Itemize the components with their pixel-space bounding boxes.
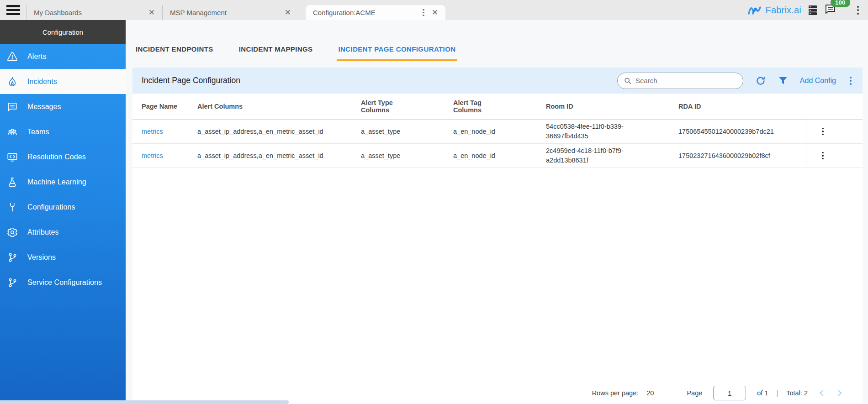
table-header-row: Page Name Alert Columns Alert Type Colum… [132, 94, 863, 120]
wrench-icon [6, 201, 18, 213]
sidebar: Configuration Alerts Incidents Messages [0, 20, 126, 404]
tab-incident-endpoints[interactable]: INCIDENT ENDPOINTS [134, 45, 215, 61]
cell-alert-tag-columns: a_en_node_id [453, 152, 546, 159]
brand-name: Fabrix.ai [766, 5, 802, 16]
sidebar-item-attributes[interactable]: Attributes [0, 220, 126, 245]
previous-page-chevron-icon[interactable] [820, 390, 826, 396]
brand-logo: Fabrix.ai [747, 4, 802, 16]
sidebar-header: Configuration [0, 20, 126, 44]
alert-triangle-icon [6, 51, 18, 63]
panel-header: Incident Page Configuration [132, 68, 863, 94]
cell-alert-columns: a_asset_ip_address,a_en_metric_asset_id [197, 152, 361, 159]
pagination-separator: | [776, 389, 778, 397]
tab-label: MSP Management [170, 9, 284, 16]
top-bar: My Dashboards ✕ MSP Management ✕ Configu… [0, 0, 868, 20]
refresh-button[interactable] [755, 75, 766, 86]
rows-per-page-label: Rows per page: [592, 389, 639, 397]
code-monitor-icon [6, 151, 18, 163]
rows-per-page-value[interactable]: 20 [646, 389, 654, 397]
tab-label: Configuration:ACME [313, 9, 423, 16]
refresh-icon [755, 75, 766, 86]
sidebar-item-configurations[interactable]: Configurations [0, 194, 126, 220]
sidebar-item-machine-learning[interactable]: Machine Learning [0, 169, 126, 194]
workspace-tab-configuration-acme[interactable]: Configuration:ACME ✕ [306, 5, 445, 20]
main-content: INCIDENT ENDPOINTS INCIDENT MAPPINGS INC… [126, 20, 868, 404]
sidebar-item-alerts[interactable]: Alerts [0, 44, 126, 69]
page-name-link[interactable]: metrics [142, 128, 163, 135]
table-row: metrics a_asset_ip_address,a_en_metric_a… [132, 120, 863, 144]
horizontal-scrollbar-thumb[interactable] [0, 400, 289, 404]
page-title: Incident Page Configuration [142, 76, 617, 85]
cell-alert-columns: a_asset_ip_address,a_en_metric_asset_id [197, 128, 361, 135]
filter-button[interactable] [778, 76, 788, 86]
panel-kebab-icon[interactable] [848, 76, 853, 86]
close-icon[interactable]: ✕ [148, 8, 156, 17]
page-of-label: of 1 [757, 389, 768, 397]
sidebar-item-incidents[interactable]: Incidents [0, 69, 126, 94]
sidebar-item-resolution-codes[interactable]: Resolution Codes [0, 144, 126, 169]
sidebar-item-label: Alerts [27, 52, 47, 61]
sidebar-item-label: Machine Learning [27, 178, 86, 186]
server-rack-icon[interactable] [807, 4, 818, 16]
cell-room-id: 2c4959ed-4c18-11f0-b7f9-a2dd13b8631f [546, 146, 633, 165]
tab-incident-mappings[interactable]: INCIDENT MAPPINGS [237, 45, 315, 61]
config-table: Page Name Alert Columns Alert Type Colum… [132, 94, 863, 404]
cell-alert-tag-columns: a_en_node_id [453, 128, 546, 135]
sidebar-item-messages[interactable]: Messages [0, 94, 126, 119]
col-room-id: Room ID [546, 103, 678, 110]
next-page-chevron-icon[interactable] [835, 390, 842, 396]
hamburger-menu-icon[interactable] [0, 0, 26, 20]
sidebar-item-label: Configurations [27, 203, 75, 211]
sidebar-item-label: Service Configurations [27, 278, 102, 287]
col-alert-columns: Alert Columns [197, 103, 361, 110]
sidebar-item-versions[interactable]: Versions [0, 245, 126, 270]
gear-icon [6, 226, 18, 238]
sidebar-item-teams[interactable]: Teams [0, 119, 126, 144]
workspace-tab-my-dashboards[interactable]: My Dashboards ✕ [26, 5, 162, 20]
search-input[interactable] [635, 77, 736, 84]
topbar-right-cluster: Fabrix.ai 100 [747, 0, 868, 20]
topbar-kebab-icon[interactable] [854, 4, 862, 16]
sidebar-item-label: Resolution Codes [27, 153, 86, 161]
row-actions-kebab-icon[interactable] [820, 150, 826, 162]
col-rda-id: RDA ID [678, 103, 806, 110]
git-branch-icon [6, 277, 18, 289]
row-actions-kebab-icon[interactable] [820, 126, 826, 137]
sidebar-item-label: Versions [27, 253, 56, 262]
sidebar-item-label: Teams [27, 128, 49, 136]
close-icon[interactable]: ✕ [431, 8, 439, 17]
tab-options-kebab-icon[interactable] [423, 9, 424, 16]
git-branch-icon [6, 252, 18, 263]
message-icon [6, 101, 18, 113]
workspace-tab-msp-management[interactable]: MSP Management ✕ [162, 5, 298, 20]
sidebar-item-service-configurations[interactable]: Service Configurations [0, 270, 126, 295]
col-page-name: Page Name [132, 103, 197, 110]
cell-rda-id: 17506545501240000239b7dc21 [678, 128, 806, 135]
notification-count-badge: 100 [831, 0, 850, 7]
fabrix-wave-icon [747, 4, 763, 16]
page-number-input[interactable] [713, 386, 746, 400]
total-label: Total: 2 [786, 389, 808, 397]
close-icon[interactable]: ✕ [284, 8, 292, 17]
cell-alert-type-columns: a_asset_type [361, 128, 453, 135]
table-row: metrics a_asset_ip_address,a_en_metric_a… [132, 144, 863, 168]
incident-tabs: INCIDENT ENDPOINTS INCIDENT MAPPINGS INC… [126, 20, 868, 61]
sidebar-item-label: Incidents [27, 78, 57, 86]
sidebar-item-label: Messages [27, 103, 61, 111]
sidebar-item-label: Attributes [27, 228, 59, 236]
col-alert-tag-columns: Alert Tag Columns [453, 99, 503, 114]
flame-icon [6, 76, 18, 88]
search-icon [624, 77, 631, 85]
tab-incident-page-configuration[interactable]: INCIDENT PAGE CONFIGURATION [337, 45, 458, 61]
cell-alert-type-columns: a_asset_type [361, 152, 453, 159]
page-name-link[interactable]: metrics [142, 152, 163, 159]
cell-room-id: 54cc0538-4fee-11f0-b339-36697fb4d435 [546, 122, 633, 141]
cell-rda-id: 1750232716436000029b02f8cf [678, 152, 806, 159]
page-label: Page [687, 389, 702, 397]
filter-funnel-icon [778, 76, 788, 86]
flask-icon [6, 176, 18, 188]
add-config-button[interactable]: Add Config [800, 77, 836, 85]
search-box[interactable] [617, 73, 743, 89]
col-alert-type-columns: Alert Type Columns [361, 99, 411, 114]
chat-notifications[interactable]: 100 [824, 3, 836, 17]
